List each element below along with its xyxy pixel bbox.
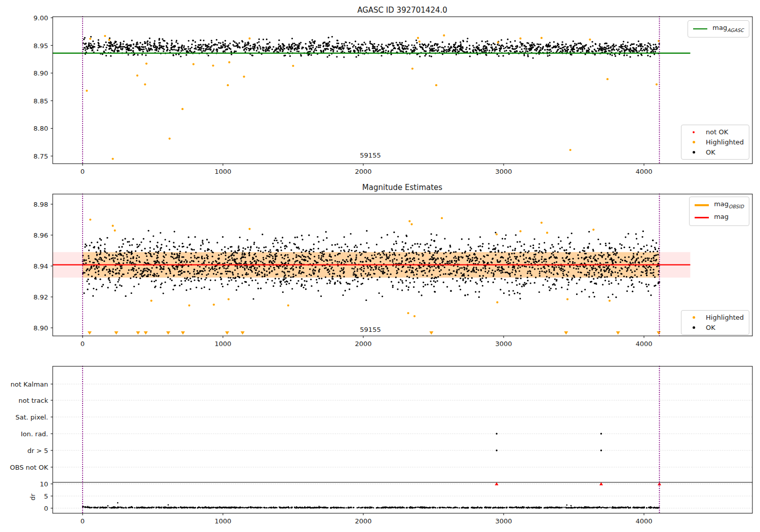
- ok-point: [155, 280, 157, 281]
- dr-ok-point: [439, 507, 440, 508]
- ok-point: [169, 271, 171, 272]
- ok-point: [451, 261, 453, 263]
- ok-point: [584, 258, 585, 260]
- ok-point: [154, 281, 155, 282]
- ok-point: [584, 274, 585, 276]
- highlighted-point: [144, 84, 146, 86]
- ok-point: [256, 42, 258, 44]
- ok-point: [424, 55, 426, 57]
- ok-point: [252, 265, 254, 267]
- dr-ok-point: [392, 507, 394, 508]
- ok-point: [194, 257, 196, 258]
- ok-point: [434, 240, 435, 241]
- ok-point: [595, 254, 596, 256]
- ok-point: [115, 41, 116, 43]
- ok-point: [599, 243, 601, 245]
- ok-point: [190, 257, 192, 258]
- highlighted-point: [606, 78, 609, 80]
- ok-point: [506, 46, 508, 47]
- ok-point: [470, 258, 471, 260]
- ok-point: [262, 257, 264, 258]
- x-tick-label: 1000: [214, 340, 231, 348]
- dr-ok-point: [486, 507, 488, 508]
- dr-ok-point: [337, 507, 339, 508]
- ok-point: [354, 274, 356, 275]
- ok-point: [518, 260, 520, 262]
- x-tick-label: 1000: [214, 168, 231, 175]
- ok-point: [513, 48, 515, 50]
- ok-point: [626, 54, 628, 56]
- dr-ok-point: [401, 507, 403, 508]
- ok-point: [156, 47, 158, 48]
- ok-point: [549, 289, 550, 291]
- ok-point: [284, 272, 285, 274]
- ok-point: [587, 50, 589, 51]
- ok-point: [527, 43, 529, 44]
- ok-point: [102, 284, 104, 285]
- ok-point: [647, 257, 648, 259]
- ok-point: [438, 49, 439, 51]
- ok-point: [360, 47, 361, 48]
- ok-point: [105, 257, 107, 259]
- y-tick-label: 8.80: [33, 125, 48, 132]
- highlighted-point: [441, 217, 443, 219]
- ok-point: [401, 280, 403, 282]
- dr-ok-point: [225, 507, 226, 508]
- ok-point: [177, 43, 178, 44]
- ok-point: [442, 51, 444, 52]
- ok-point: [291, 37, 293, 39]
- ok-point: [632, 257, 633, 259]
- ok-point: [345, 42, 346, 43]
- ok-point: [457, 47, 458, 48]
- ok-point: [421, 294, 423, 296]
- ok-point: [525, 50, 527, 52]
- ok-point: [483, 262, 484, 263]
- ok-point: [457, 49, 458, 51]
- ok-point: [305, 288, 307, 290]
- ok-point: [282, 291, 284, 293]
- ok-point: [513, 261, 514, 263]
- ok-point: [593, 256, 595, 257]
- ok-point: [569, 252, 571, 254]
- ok-point: [179, 253, 180, 254]
- ok-point: [109, 37, 110, 39]
- ok-point: [504, 251, 506, 253]
- ok-point: [467, 265, 468, 267]
- ok-point: [612, 45, 613, 47]
- dr-ok-point: [452, 507, 454, 509]
- ok-point: [300, 265, 302, 267]
- ok-point: [301, 258, 302, 260]
- ok-point: [439, 46, 441, 48]
- dr-ok-point: [198, 507, 199, 508]
- ok-point: [258, 41, 259, 43]
- dr-ok-point: [325, 507, 326, 508]
- ok-point: [187, 265, 189, 267]
- ok-point: [559, 248, 561, 249]
- ok-point: [558, 237, 559, 238]
- ok-point: [175, 49, 177, 51]
- ok-point: [443, 47, 444, 49]
- ok-point: [430, 41, 431, 43]
- ok-point: [129, 47, 130, 49]
- ok-point: [194, 273, 195, 275]
- ok-point: [562, 257, 563, 259]
- dr-ok-point: [408, 507, 410, 508]
- ok-point: [188, 237, 189, 238]
- ok-point: [202, 241, 203, 243]
- ok-point: [323, 260, 325, 262]
- dr-ok-point: [216, 507, 218, 508]
- ok-point: [582, 50, 583, 52]
- ok-point: [170, 273, 171, 274]
- ok-point: [269, 42, 271, 43]
- ok-point: [435, 260, 436, 261]
- ok-point: [314, 41, 316, 42]
- ok-point: [618, 275, 619, 277]
- ok-point: [485, 41, 486, 43]
- ok-point: [478, 270, 479, 271]
- ok-point: [250, 265, 252, 267]
- ok-point: [350, 50, 352, 52]
- ok-point: [260, 288, 261, 289]
- ok-point: [383, 252, 384, 254]
- ok-point: [136, 244, 138, 245]
- ok-point: [253, 260, 255, 262]
